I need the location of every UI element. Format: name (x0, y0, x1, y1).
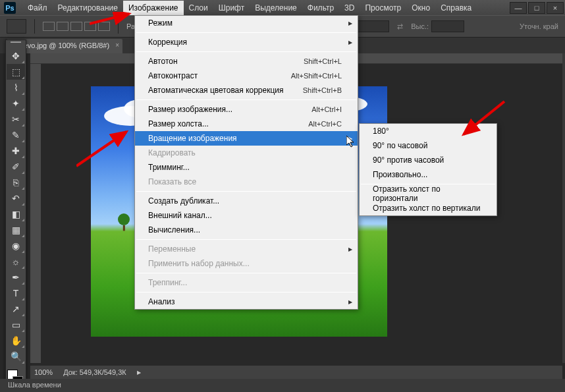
menu-item-label: Создать дубликат... (148, 196, 219, 206)
tool-blur[interactable]: ◉ (7, 238, 25, 254)
menu-item-label: Переменные (148, 244, 196, 254)
menu-слои[interactable]: Слои (184, 1, 213, 15)
close-icon[interactable]: × (115, 42, 119, 49)
menu-файл[interactable]: Файл (22, 1, 53, 15)
close-button[interactable]: × (547, 2, 564, 14)
menu-просмотр[interactable]: Просмотр (360, 1, 406, 15)
annotation-arrow-2 (76, 129, 132, 169)
ruler-vertical[interactable] (30, 64, 41, 363)
menu-item[interactable]: Размер изображения...Alt+Ctrl+I (135, 102, 358, 117)
tool-hand[interactable]: ✋ (7, 333, 25, 349)
menu-item[interactable]: Автоматическая цветовая коррекцияShift+C… (135, 83, 358, 98)
tool-history[interactable]: ↶ (7, 190, 25, 206)
tool-eyedropper[interactable]: ✎ (7, 127, 25, 143)
menu-item-label: Вычисления... (148, 225, 200, 235)
refine-edge-button[interactable]: Уточн. край (520, 22, 558, 30)
width-input[interactable] (356, 20, 389, 32)
tool-gradient[interactable]: ▦ (7, 222, 25, 238)
menu-item[interactable]: Тримминг... (135, 160, 358, 175)
statusbar-arrow-icon[interactable]: ▶ (137, 370, 141, 376)
annotation-arrow-3 (461, 99, 507, 138)
menu-item[interactable]: Произвольно... (360, 167, 497, 182)
menu-separator (136, 32, 356, 33)
menu-item-label: Автоматическая цветовая коррекция (148, 86, 284, 95)
menu-фильтр[interactable]: Фильтр (302, 1, 339, 15)
svg-line-2 (464, 101, 504, 134)
document-size: Док: 549,3К/549,3К (63, 368, 126, 376)
tool-zoom[interactable]: 🔍 (7, 349, 25, 364)
zoom-level[interactable]: 100% (34, 368, 53, 376)
menu-item-label: Применить набор данных... (148, 259, 250, 268)
toolbox: ✥⬚⌇✦✂✎✚✐⎘↶◧▦◉☼✒T↗▭✋🔍 ◻ ▭ (5, 40, 26, 392)
tool-lasso[interactable]: ⌇ (7, 80, 25, 96)
menu-item-label: Кадрировать (148, 148, 196, 157)
menu-item-label: Размер изображения... (148, 105, 232, 114)
menu-item[interactable]: АвтотонShift+Ctrl+L (135, 54, 358, 69)
tool-marquee[interactable]: ⬚ (7, 64, 25, 80)
tool-shape[interactable]: ▭ (7, 317, 25, 333)
tool-type[interactable]: T (7, 285, 25, 301)
menu-item: Кадрировать (135, 146, 358, 160)
minimize-button[interactable]: — (510, 2, 527, 14)
menu-item[interactable]: Создать дубликат... (135, 194, 358, 208)
menu-item-label: 90° против часовой (373, 155, 444, 165)
menu-item[interactable]: 90° по часовой (360, 138, 497, 153)
tool-heal[interactable]: ✚ (7, 143, 25, 159)
menu-shortcut: Alt+Ctrl+I (311, 105, 342, 113)
menu-separator (136, 292, 356, 293)
menu-item-label: Отразить холст по вертикали (373, 204, 480, 213)
menu-item[interactable]: Режим (135, 16, 358, 30)
menu-item[interactable]: Анализ (135, 294, 358, 309)
titlebar: Ps ФайлРедактированиеИзображениеСлоиШриф… (0, 0, 565, 15)
tool-eraser[interactable]: ◧ (7, 206, 25, 222)
menu-item[interactable]: Внешний канал... (135, 208, 358, 223)
tool-move[interactable]: ✥ (7, 48, 25, 64)
maximize-button[interactable]: □ (528, 2, 545, 14)
toolbox-grip[interactable] (6, 42, 26, 48)
menu-справка[interactable]: Справка (435, 1, 477, 15)
tool-pen[interactable]: ✒ (7, 269, 25, 285)
menu-item[interactable]: АвтоконтрастAlt+Shift+Ctrl+L (135, 69, 358, 83)
mouse-cursor-icon (346, 136, 357, 152)
menu-выделение[interactable]: Выделение (250, 1, 302, 15)
menu-окно[interactable]: Окно (406, 1, 435, 15)
annotation-arrow-1 (90, 12, 136, 26)
menu-item[interactable]: Отразить холст по горизонтали (360, 186, 497, 201)
menu-item[interactable]: Вращение изображения (135, 131, 358, 146)
menu-item-label: Тримминг... (148, 163, 190, 172)
timeline-panel-tab[interactable]: Шкала времени (0, 379, 565, 392)
menu-item[interactable]: Коррекция (135, 35, 358, 49)
tool-dodge[interactable]: ☼ (7, 254, 25, 269)
menu-item-label: Отразить холст по горизонтали (373, 184, 481, 203)
tool-path[interactable]: ↗ (7, 301, 25, 317)
menu-item-label: Анализ (148, 297, 175, 306)
menu-item-label: 180° (373, 126, 389, 136)
tool-crop[interactable]: ✂ (7, 111, 25, 127)
right-panels[interactable] (562, 53, 565, 363)
menu-item-label: Автотон (148, 57, 178, 66)
menu-item[interactable]: Размер холста...Alt+Ctrl+C (135, 117, 358, 131)
status-bar: 100% Док: 549,3К/549,3К ▶ (30, 366, 562, 379)
menu-separator (136, 239, 356, 240)
height-label: Выс.: (411, 22, 429, 30)
menu-item: Показать все (135, 175, 358, 189)
tool-brush[interactable]: ✐ (7, 159, 25, 175)
tool-wand[interactable]: ✦ (7, 96, 25, 111)
menu-item-label: Размер холста... (148, 119, 209, 128)
menu-shortcut: Shift+Ctrl+L (304, 57, 342, 65)
app-logo: Ps (4, 2, 16, 14)
menu-item[interactable]: Вычисления... (135, 223, 358, 237)
menu-item-label: Режим (148, 18, 173, 28)
menu-item-label: Треппинг... (148, 278, 187, 287)
height-input[interactable] (431, 20, 464, 32)
menu-item[interactable]: 90° против часовой (360, 153, 497, 167)
svg-line-0 (90, 14, 129, 24)
tool-preset-icon[interactable] (7, 19, 26, 34)
swap-icon[interactable]: ⇄ (397, 22, 403, 31)
tool-stamp[interactable]: ⎘ (7, 175, 25, 190)
menu-item[interactable]: Отразить холст по вертикали (360, 201, 497, 215)
menu-3d[interactable]: 3D (339, 1, 360, 15)
menu-separator (136, 191, 356, 192)
menu-шрифт[interactable]: Шрифт (213, 1, 250, 15)
menu-item: Треппинг... (135, 275, 358, 290)
